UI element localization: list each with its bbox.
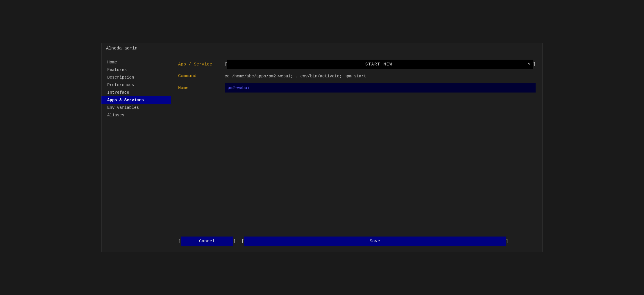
- app-service-dropdown[interactable]: START NEW ^: [227, 60, 533, 69]
- select-bracket-left: [: [225, 62, 227, 67]
- save-bracket-right: ]: [506, 239, 508, 244]
- content-area: Home Features Description Preferences In…: [101, 54, 543, 252]
- cancel-btn-wrapper: [ Cancel ]: [178, 237, 236, 246]
- cancel-button[interactable]: Cancel: [181, 237, 233, 246]
- select-bracket-right: ]: [533, 62, 536, 67]
- app-service-label: App / Service: [178, 62, 225, 67]
- app-service-value: START NEW: [230, 62, 528, 67]
- sidebar-item-home[interactable]: Home: [101, 58, 171, 66]
- cancel-bracket-left: [: [178, 239, 181, 244]
- command-value: cd /home/abc/apps/pm2-webui; . env/bin/a…: [225, 74, 536, 79]
- save-btn-wrapper: [ Save ]: [242, 237, 508, 246]
- app-service-row: App / Service [ START NEW ^ ]: [178, 60, 536, 69]
- cancel-bracket-right: ]: [233, 239, 236, 244]
- footer-buttons: [ Cancel ] [ Save ]: [178, 232, 536, 246]
- app-title: Alnoda admin: [106, 46, 137, 51]
- sidebar: Home Features Description Preferences In…: [101, 54, 171, 252]
- sidebar-item-aliases[interactable]: Aliases: [101, 111, 171, 119]
- sidebar-item-features[interactable]: Features: [101, 66, 171, 74]
- sidebar-item-preferences[interactable]: Preferences: [101, 81, 171, 89]
- sidebar-item-apps-services[interactable]: Apps & Services: [101, 96, 171, 104]
- app-service-select-wrapper: [ START NEW ^ ]: [225, 60, 536, 69]
- save-button[interactable]: Save: [244, 237, 506, 246]
- main-content: App / Service [ START NEW ^ ] Command cd…: [171, 54, 543, 252]
- sidebar-item-env-variables[interactable]: Env variables: [101, 104, 171, 111]
- command-label: Command: [178, 74, 225, 79]
- name-label: Name: [178, 86, 225, 90]
- form-area: App / Service [ START NEW ^ ] Command cd…: [178, 60, 536, 232]
- title-bar: Alnoda admin: [101, 43, 543, 54]
- name-input[interactable]: [225, 83, 536, 93]
- main-window: Alnoda admin Home Features Description P…: [101, 43, 543, 252]
- sidebar-item-description[interactable]: Description: [101, 74, 171, 81]
- command-row: Command cd /home/abc/apps/pm2-webui; . e…: [178, 74, 536, 79]
- save-bracket-left: [: [242, 239, 244, 244]
- sidebar-item-interface[interactable]: Intreface: [101, 89, 171, 96]
- name-row: Name: [178, 83, 536, 93]
- dropdown-arrow: ^: [528, 62, 530, 67]
